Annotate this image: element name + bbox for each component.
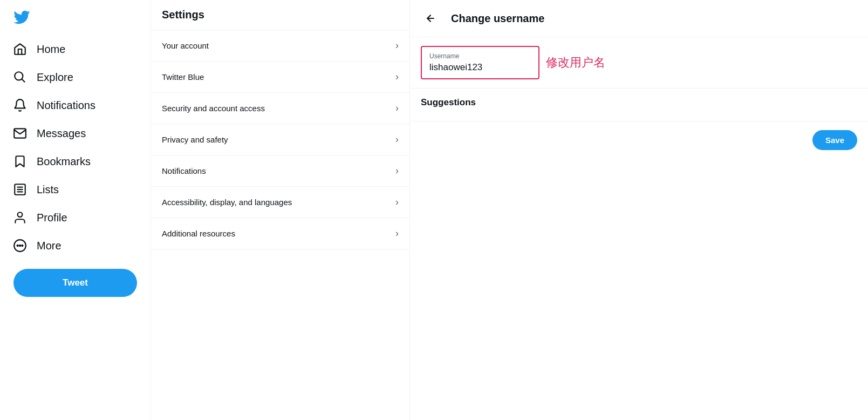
settings-item-accessibility-display-languages[interactable]: Accessibility, display, and languages › bbox=[151, 187, 409, 218]
svg-point-7 bbox=[19, 245, 20, 246]
chevron-right-icon: › bbox=[395, 228, 399, 239]
explore-icon bbox=[13, 70, 27, 84]
settings-header: Settings bbox=[151, 0, 409, 30]
sidebar-item-bookmarks-label: Bookmarks bbox=[37, 155, 91, 168]
sidebar-item-lists[interactable]: Lists bbox=[6, 176, 144, 203]
bookmarks-icon bbox=[13, 154, 27, 168]
chevron-right-icon: › bbox=[395, 197, 399, 208]
sidebar-item-lists-label: Lists bbox=[37, 184, 59, 196]
chevron-right-icon: › bbox=[395, 71, 399, 83]
sidebar-item-profile-label: Profile bbox=[37, 212, 67, 224]
settings-item-security-account-access-label: Security and account access bbox=[162, 104, 265, 113]
change-username-title: Change username bbox=[451, 12, 544, 25]
sidebar: Home Explore Notifications Messages bbox=[0, 0, 151, 420]
sidebar-item-explore-label: Explore bbox=[37, 71, 73, 84]
chevron-right-icon: › bbox=[395, 134, 399, 145]
twitter-logo[interactable] bbox=[6, 4, 144, 32]
save-button[interactable]: Save bbox=[812, 130, 857, 150]
settings-item-your-account[interactable]: Your account › bbox=[151, 30, 409, 62]
settings-item-notifications-label: Notifications bbox=[162, 166, 206, 175]
sidebar-item-more-label: More bbox=[37, 240, 61, 252]
settings-item-notifications[interactable]: Notifications › bbox=[151, 155, 409, 187]
sidebar-item-notifications-label: Notifications bbox=[37, 99, 95, 112]
messages-icon bbox=[13, 126, 27, 140]
username-field-section: Username lishaowei123 修改用户名 bbox=[410, 37, 868, 89]
back-button[interactable] bbox=[421, 9, 440, 28]
settings-item-additional-resources-label: Additional resources bbox=[162, 229, 235, 238]
settings-item-privacy-safety-label: Privacy and safety bbox=[162, 135, 228, 144]
lists-icon bbox=[13, 182, 27, 197]
settings-item-accessibility-display-languages-label: Accessibility, display, and languages bbox=[162, 198, 292, 207]
settings-item-privacy-safety[interactable]: Privacy and safety › bbox=[151, 124, 409, 155]
sidebar-item-notifications[interactable]: Notifications bbox=[6, 92, 144, 119]
svg-point-6 bbox=[17, 245, 18, 246]
home-icon bbox=[13, 42, 27, 56]
sidebar-item-home[interactable]: Home bbox=[6, 36, 144, 63]
sidebar-item-messages-label: Messages bbox=[37, 127, 86, 140]
settings-item-twitter-blue[interactable]: Twitter Blue › bbox=[151, 62, 409, 93]
settings-panel: Settings Your account › Twitter Blue › S… bbox=[151, 0, 410, 420]
svg-point-8 bbox=[22, 245, 23, 246]
suggestions-title: Suggestions bbox=[421, 97, 857, 108]
tweet-button[interactable]: Tweet bbox=[13, 269, 138, 297]
settings-item-additional-resources[interactable]: Additional resources › bbox=[151, 218, 409, 249]
settings-item-your-account-label: Your account bbox=[162, 41, 209, 50]
chevron-right-icon: › bbox=[395, 40, 399, 51]
profile-icon bbox=[13, 211, 27, 225]
suggestions-section: Suggestions bbox=[410, 89, 868, 121]
sidebar-item-explore[interactable]: Explore bbox=[6, 64, 144, 91]
svg-point-4 bbox=[18, 212, 23, 217]
change-username-header: Change username bbox=[410, 0, 868, 37]
username-input-label: Username bbox=[429, 52, 531, 60]
save-btn-container: Save bbox=[410, 121, 868, 159]
settings-item-security-account-access[interactable]: Security and account access › bbox=[151, 93, 409, 124]
username-input-box[interactable]: Username lishaowei123 bbox=[421, 46, 539, 79]
sidebar-item-more[interactable]: More bbox=[6, 232, 144, 259]
username-input-value: lishaowei123 bbox=[429, 62, 531, 73]
chevron-right-icon: › bbox=[395, 165, 399, 177]
more-icon bbox=[13, 239, 27, 253]
chevron-right-icon: › bbox=[395, 103, 399, 114]
sidebar-item-profile[interactable]: Profile bbox=[6, 204, 144, 231]
sidebar-item-bookmarks[interactable]: Bookmarks bbox=[6, 148, 144, 175]
notifications-icon bbox=[13, 98, 27, 112]
sidebar-item-messages[interactable]: Messages bbox=[6, 120, 144, 147]
change-username-panel: Change username Username lishaowei123 修改… bbox=[410, 0, 868, 420]
sidebar-item-home-label: Home bbox=[37, 43, 65, 56]
settings-item-twitter-blue-label: Twitter Blue bbox=[162, 72, 204, 82]
modify-hint: 修改用户名 bbox=[546, 55, 605, 71]
